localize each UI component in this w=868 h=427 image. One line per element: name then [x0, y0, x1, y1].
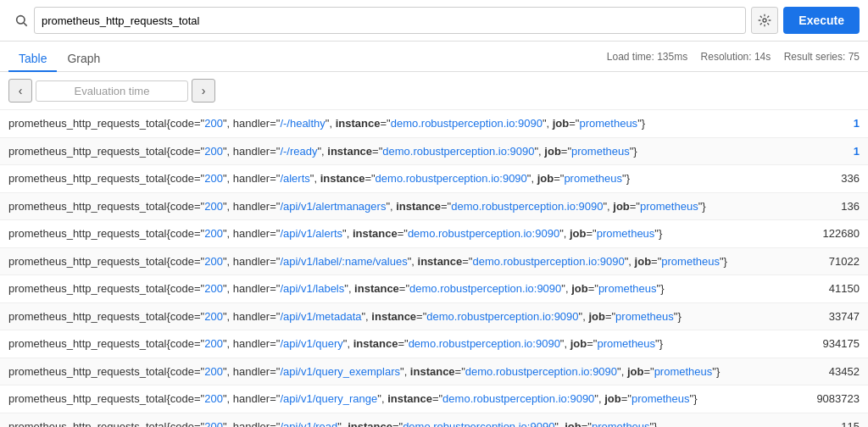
value-cell: 33747 — [795, 302, 868, 330]
table-row: prometheus_http_requests_total{code="200… — [0, 330, 868, 358]
table-row: prometheus_http_requests_total{code="200… — [0, 165, 868, 193]
table-row: prometheus_http_requests_total{code="200… — [0, 413, 868, 427]
table-row: prometheus_http_requests_total{code="200… — [0, 302, 868, 330]
value-cell: 71022 — [795, 247, 868, 275]
svg-point-0 — [17, 16, 25, 24]
metric-cell: prometheus_http_requests_total{code="200… — [0, 385, 795, 413]
metric-cell: prometheus_http_requests_total{code="200… — [0, 330, 795, 358]
prev-button[interactable]: ‹ — [8, 79, 32, 103]
table-row: prometheus_http_requests_total{code="200… — [0, 220, 868, 248]
value-cell: 43452 — [795, 358, 868, 385]
metric-cell: prometheus_http_requests_total{code="200… — [0, 413, 795, 427]
options-button[interactable] — [751, 7, 778, 34]
meta-info: Load time: 135ms Resolution: 14s Result … — [597, 51, 860, 68]
value-cell: 336 — [795, 165, 868, 193]
tabs-row: Table Graph Load time: 135ms Resolution:… — [0, 42, 868, 72]
table-row: prometheus_http_requests_total{code="200… — [0, 137, 868, 165]
search-bar: Execute — [0, 0, 868, 42]
table-row: prometheus_http_requests_total{code="200… — [0, 192, 868, 220]
value-cell: 122680 — [795, 220, 868, 248]
metric-cell: prometheus_http_requests_total{code="200… — [0, 275, 795, 303]
metric-cell: prometheus_http_requests_total{code="200… — [0, 165, 795, 193]
value-cell: 1 — [795, 137, 868, 165]
search-input[interactable] — [34, 7, 746, 34]
table-row: prometheus_http_requests_total{code="200… — [0, 110, 868, 137]
tab-table[interactable]: Table — [8, 47, 57, 72]
search-icon — [8, 14, 34, 27]
svg-point-2 — [763, 19, 766, 22]
value-cell: 136 — [795, 192, 868, 220]
table-row: prometheus_http_requests_total{code="200… — [0, 247, 868, 275]
metric-cell: prometheus_http_requests_total{code="200… — [0, 247, 795, 275]
value-cell: 41150 — [795, 275, 868, 303]
next-button[interactable]: › — [192, 79, 215, 103]
metric-cell: prometheus_http_requests_total{code="200… — [0, 110, 795, 137]
resolution: Resolution: 14s — [701, 51, 771, 63]
table-row: prometheus_http_requests_total{code="200… — [0, 275, 868, 303]
svg-line-1 — [24, 23, 27, 26]
eval-time-label: Evaluation time — [36, 80, 188, 102]
results-table: prometheus_http_requests_total{code="200… — [0, 110, 868, 427]
result-series: Result series: 75 — [784, 51, 860, 63]
value-cell: 1 — [795, 110, 868, 137]
table-row: prometheus_http_requests_total{code="200… — [0, 358, 868, 385]
value-cell: 934175 — [795, 330, 868, 358]
metric-cell: prometheus_http_requests_total{code="200… — [0, 220, 795, 248]
tab-graph[interactable]: Graph — [57, 47, 110, 72]
value-cell: 9083723 — [795, 385, 868, 413]
table-row: prometheus_http_requests_total{code="200… — [0, 385, 868, 413]
execute-button[interactable]: Execute — [783, 7, 860, 34]
load-time: Load time: 135ms — [607, 51, 687, 63]
value-cell: 115 — [795, 413, 868, 427]
metric-cell: prometheus_http_requests_total{code="200… — [0, 192, 795, 220]
metric-cell: prometheus_http_requests_total{code="200… — [0, 358, 795, 385]
metric-cell: prometheus_http_requests_total{code="200… — [0, 137, 795, 165]
eval-row: ‹ Evaluation time › — [0, 72, 868, 110]
metric-cell: prometheus_http_requests_total{code="200… — [0, 302, 795, 330]
